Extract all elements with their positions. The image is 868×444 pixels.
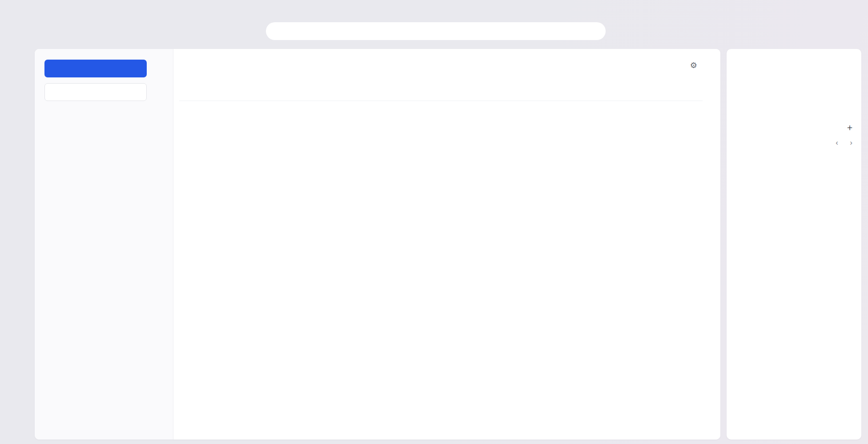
- divider: [179, 101, 703, 101]
- import-button[interactable]: [44, 83, 147, 101]
- calendar-next-icon[interactable]: ›: [850, 138, 852, 147]
- right-panel: ＋ ‹ ›: [727, 49, 861, 440]
- app-rail: [0, 47, 35, 444]
- window-controls: [859, 0, 868, 17]
- recent-files-panel: ⚙: [173, 49, 720, 440]
- workspace-card: ⚙: [35, 49, 720, 440]
- new-button[interactable]: [44, 60, 147, 77]
- app-header: [0, 17, 868, 47]
- tab-bar: [0, 0, 766, 17]
- settings-gear-icon[interactable]: ⚙: [690, 61, 697, 69]
- calendar-add-icon[interactable]: ＋: [845, 121, 854, 133]
- calendar-prev-icon[interactable]: ‹: [836, 138, 838, 147]
- sidebar: [35, 49, 173, 440]
- search-bar[interactable]: [266, 22, 606, 40]
